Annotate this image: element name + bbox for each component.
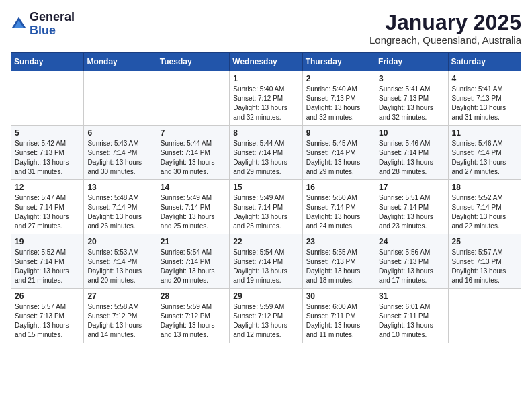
day-info: Sunrise: 5:46 AM Sunset: 7:14 PM Dayligh… [452, 139, 517, 177]
day-number: 26 [15, 291, 80, 301]
month-title: January 2025 [369, 11, 521, 34]
weekday-header-wednesday: Wednesday [230, 53, 302, 71]
day-info: Sunrise: 5:52 AM Sunset: 7:14 PM Dayligh… [15, 248, 80, 285]
week-row-4: 19Sunrise: 5:52 AM Sunset: 7:14 PM Dayli… [11, 234, 521, 289]
location-title: Longreach, Queensland, Australia [369, 34, 521, 46]
day-cell-16: 16Sunrise: 5:50 AM Sunset: 7:14 PM Dayli… [302, 180, 375, 234]
page-header: General Blue January 2025 Longreach, Que… [11, 11, 521, 46]
day-number: 27 [87, 291, 152, 301]
empty-cell [157, 71, 229, 126]
title-block: January 2025 Longreach, Queensland, Aust… [369, 11, 521, 46]
day-number: 13 [87, 183, 152, 192]
day-cell-14: 14Sunrise: 5:49 AM Sunset: 7:14 PM Dayli… [157, 180, 229, 234]
day-cell-19: 19Sunrise: 5:52 AM Sunset: 7:14 PM Dayli… [11, 234, 84, 289]
day-number: 14 [161, 183, 226, 192]
day-number: 16 [306, 183, 371, 192]
week-row-3: 12Sunrise: 5:47 AM Sunset: 7:14 PM Dayli… [11, 180, 521, 234]
day-info: Sunrise: 5:46 AM Sunset: 7:14 PM Dayligh… [379, 139, 444, 177]
day-info: Sunrise: 5:48 AM Sunset: 7:14 PM Dayligh… [87, 193, 152, 231]
weekday-header-thursday: Thursday [302, 53, 375, 71]
day-cell-23: 23Sunrise: 5:55 AM Sunset: 7:13 PM Dayli… [302, 234, 375, 289]
day-info: Sunrise: 5:57 AM Sunset: 7:13 PM Dayligh… [452, 248, 517, 285]
day-number: 18 [452, 183, 517, 192]
day-cell-20: 20Sunrise: 5:53 AM Sunset: 7:14 PM Dayli… [84, 234, 157, 289]
day-cell-26: 26Sunrise: 5:57 AM Sunset: 7:13 PM Dayli… [11, 289, 84, 343]
day-cell-11: 11Sunrise: 5:46 AM Sunset: 7:14 PM Dayli… [448, 126, 521, 180]
day-info: Sunrise: 5:40 AM Sunset: 7:12 PM Dayligh… [233, 85, 298, 122]
day-number: 6 [87, 128, 152, 138]
logo: General Blue [11, 11, 75, 38]
day-cell-29: 29Sunrise: 5:59 AM Sunset: 7:12 PM Dayli… [230, 289, 302, 343]
empty-cell [448, 289, 521, 343]
day-info: Sunrise: 5:51 AM Sunset: 7:14 PM Dayligh… [379, 193, 444, 231]
day-number: 28 [161, 291, 226, 301]
day-cell-28: 28Sunrise: 5:59 AM Sunset: 7:12 PM Dayli… [157, 289, 229, 343]
day-number: 21 [161, 237, 226, 246]
day-number: 10 [379, 128, 444, 138]
day-number: 3 [379, 74, 444, 83]
day-cell-18: 18Sunrise: 5:52 AM Sunset: 7:14 PM Dayli… [448, 180, 521, 234]
day-info: Sunrise: 5:45 AM Sunset: 7:14 PM Dayligh… [306, 139, 371, 177]
day-info: Sunrise: 5:41 AM Sunset: 7:13 PM Dayligh… [379, 85, 444, 122]
day-cell-8: 8Sunrise: 5:44 AM Sunset: 7:14 PM Daylig… [230, 126, 302, 180]
day-cell-2: 2Sunrise: 5:40 AM Sunset: 7:13 PM Daylig… [302, 71, 375, 126]
day-cell-3: 3Sunrise: 5:41 AM Sunset: 7:13 PM Daylig… [375, 71, 448, 126]
day-number: 1 [233, 74, 298, 83]
day-number: 25 [452, 237, 517, 246]
logo-icon [11, 16, 27, 32]
day-cell-22: 22Sunrise: 5:54 AM Sunset: 7:14 PM Dayli… [230, 234, 302, 289]
day-cell-4: 4Sunrise: 5:41 AM Sunset: 7:13 PM Daylig… [448, 71, 521, 126]
day-cell-13: 13Sunrise: 5:48 AM Sunset: 7:14 PM Dayli… [84, 180, 157, 234]
day-info: Sunrise: 5:59 AM Sunset: 7:12 PM Dayligh… [233, 302, 298, 340]
day-number: 23 [306, 237, 371, 246]
day-info: Sunrise: 5:57 AM Sunset: 7:13 PM Dayligh… [15, 302, 80, 340]
day-cell-9: 9Sunrise: 5:45 AM Sunset: 7:14 PM Daylig… [302, 126, 375, 180]
logo-text: General Blue [30, 11, 75, 38]
week-row-5: 26Sunrise: 5:57 AM Sunset: 7:13 PM Dayli… [11, 289, 521, 343]
day-cell-7: 7Sunrise: 5:44 AM Sunset: 7:14 PM Daylig… [157, 126, 229, 180]
day-info: Sunrise: 5:55 AM Sunset: 7:13 PM Dayligh… [306, 248, 371, 285]
day-info: Sunrise: 5:41 AM Sunset: 7:13 PM Dayligh… [452, 85, 517, 122]
weekday-header-saturday: Saturday [448, 53, 521, 71]
empty-cell [11, 71, 84, 126]
day-info: Sunrise: 5:49 AM Sunset: 7:14 PM Dayligh… [233, 193, 298, 231]
day-number: 29 [233, 291, 298, 301]
day-number: 19 [15, 237, 80, 246]
weekday-header-sunday: Sunday [11, 53, 84, 71]
day-number: 9 [306, 128, 371, 138]
day-cell-27: 27Sunrise: 5:58 AM Sunset: 7:12 PM Dayli… [84, 289, 157, 343]
day-number: 15 [233, 183, 298, 192]
day-cell-1: 1Sunrise: 5:40 AM Sunset: 7:12 PM Daylig… [230, 71, 302, 126]
day-info: Sunrise: 5:43 AM Sunset: 7:14 PM Dayligh… [87, 139, 152, 177]
day-info: Sunrise: 5:44 AM Sunset: 7:14 PM Dayligh… [161, 139, 226, 177]
empty-cell [84, 71, 157, 126]
day-info: Sunrise: 5:56 AM Sunset: 7:13 PM Dayligh… [379, 248, 444, 285]
day-cell-12: 12Sunrise: 5:47 AM Sunset: 7:14 PM Dayli… [11, 180, 84, 234]
logo-blue: Blue [30, 24, 75, 38]
day-number: 11 [452, 128, 517, 138]
day-info: Sunrise: 5:50 AM Sunset: 7:14 PM Dayligh… [306, 193, 371, 231]
week-row-2: 5Sunrise: 5:42 AM Sunset: 7:13 PM Daylig… [11, 126, 521, 180]
day-info: Sunrise: 5:54 AM Sunset: 7:14 PM Dayligh… [233, 248, 298, 285]
day-cell-6: 6Sunrise: 5:43 AM Sunset: 7:14 PM Daylig… [84, 126, 157, 180]
weekday-header-row: SundayMondayTuesdayWednesdayThursdayFrid… [11, 53, 521, 71]
day-info: Sunrise: 5:44 AM Sunset: 7:14 PM Dayligh… [233, 139, 298, 177]
day-cell-24: 24Sunrise: 5:56 AM Sunset: 7:13 PM Dayli… [375, 234, 448, 289]
day-cell-5: 5Sunrise: 5:42 AM Sunset: 7:13 PM Daylig… [11, 126, 84, 180]
day-info: Sunrise: 5:40 AM Sunset: 7:13 PM Dayligh… [306, 85, 371, 122]
day-cell-15: 15Sunrise: 5:49 AM Sunset: 7:14 PM Dayli… [230, 180, 302, 234]
day-info: Sunrise: 6:01 AM Sunset: 7:11 PM Dayligh… [379, 302, 444, 340]
day-number: 20 [87, 237, 152, 246]
day-number: 7 [161, 128, 226, 138]
day-number: 17 [379, 183, 444, 192]
calendar-table: SundayMondayTuesdayWednesdayThursdayFrid… [11, 52, 521, 343]
day-cell-21: 21Sunrise: 5:54 AM Sunset: 7:14 PM Dayli… [157, 234, 229, 289]
day-info: Sunrise: 5:47 AM Sunset: 7:14 PM Dayligh… [15, 193, 80, 231]
day-number: 4 [452, 74, 517, 83]
weekday-header-tuesday: Tuesday [157, 53, 229, 71]
day-cell-31: 31Sunrise: 6:01 AM Sunset: 7:11 PM Dayli… [375, 289, 448, 343]
weekday-header-friday: Friday [375, 53, 448, 71]
day-number: 12 [15, 183, 80, 192]
day-number: 31 [379, 291, 444, 301]
day-number: 22 [233, 237, 298, 246]
